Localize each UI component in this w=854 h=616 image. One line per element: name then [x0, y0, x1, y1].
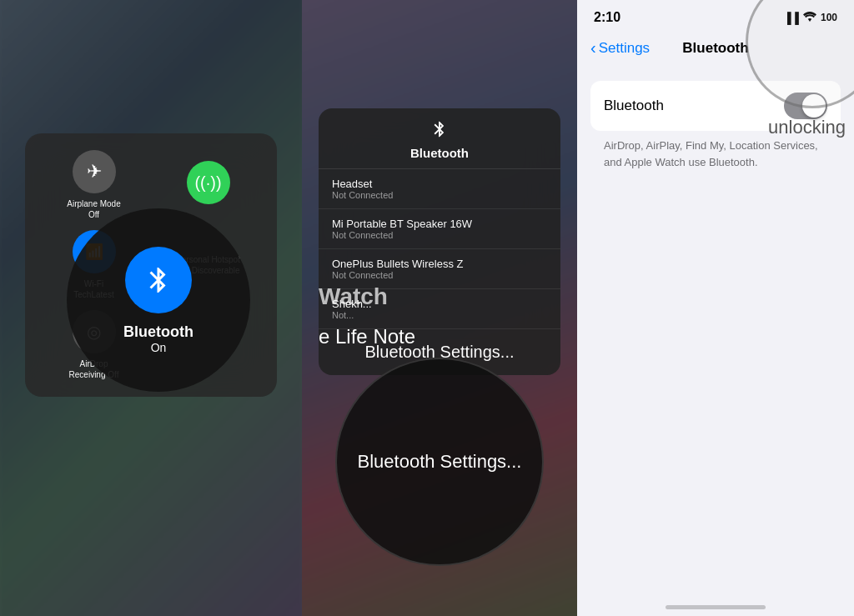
device-headset-name: Headset [332, 178, 547, 190]
watch-text: Watch [319, 283, 560, 310]
device-row-headset[interactable]: Headset Not Connected [319, 169, 560, 209]
device-oneplus-name: OnePlus Bullets Wireless Z [332, 258, 547, 270]
page-title: Bluetooth [682, 40, 748, 57]
bluetooth-overlay-icon [125, 247, 192, 313]
life-note-text: e Life Note [319, 325, 415, 348]
back-chevron-icon: ‹ [590, 38, 596, 58]
watch-text-overlay: Watch [319, 283, 560, 310]
status-time: 2:10 [594, 10, 620, 25]
bluetooth-row-label: Bluetooth [604, 98, 664, 114]
middle-panel: Bluetooth Headset Not Connected Mi Porta… [302, 0, 577, 616]
device-speaker-name: Mi Portable BT Speaker 16W [332, 218, 547, 230]
bluetooth-overlay-circle[interactable]: Bluetooth On [67, 208, 250, 392]
bluetooth-menu-title: Bluetooth [332, 146, 547, 160]
airplane-label: Airplane ModeOff [67, 198, 120, 220]
home-indicator [666, 605, 766, 609]
back-label: Settings [599, 40, 650, 57]
back-button[interactable]: ‹ Settings [590, 38, 650, 58]
left-panel: ✈ Airplane ModeOff ((·)) 📶 Wi-FiTechLate… [0, 0, 302, 616]
bluetooth-menu-header: Bluetooth [319, 108, 560, 169]
bluetooth-overlay-label: Bluetooth [123, 323, 193, 341]
bluetooth-menu-icon [332, 120, 547, 143]
airplane-icon: ✈ [73, 150, 116, 193]
bluetooth-settings-circle-label: Bluetooth Settings... [358, 451, 522, 473]
device-speaker-status: Not Connected [332, 230, 547, 240]
device-shekh-status: Not... [332, 310, 547, 320]
device-row-speaker[interactable]: Mi Portable BT Speaker 16W Not Connected [319, 209, 560, 249]
wifi-icon: ((·)) [187, 161, 230, 204]
bluetooth-settings-circle[interactable]: Bluetooth Settings... [335, 358, 544, 566]
unlocking-text: unlocking [768, 117, 846, 138]
bluetooth-overlay-status: On [151, 341, 167, 354]
airplane-mode-button[interactable]: ✈ Airplane ModeOff [42, 150, 146, 220]
device-oneplus-status: Not Connected [332, 270, 547, 280]
right-panel: 2:10 ▐▐ 100 ‹ Settings Bluetooth Bluetoo… [577, 0, 854, 616]
bluetooth-description: AirDrop, AirPlay, Find My, Location Serv… [577, 131, 854, 183]
device-headset-status: Not Connected [332, 190, 547, 200]
